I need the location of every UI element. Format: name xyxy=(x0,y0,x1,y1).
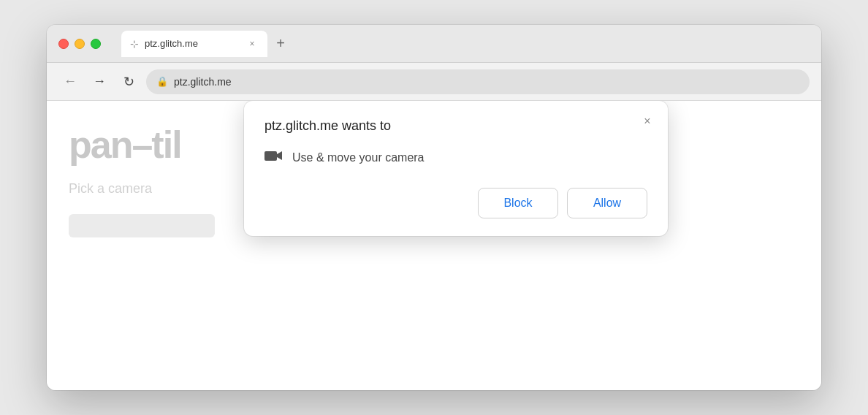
block-button[interactable]: Block xyxy=(478,188,558,218)
tab-close-button[interactable]: × xyxy=(245,37,259,50)
minimize-button[interactable] xyxy=(75,39,85,49)
dialog-actions: Block Allow xyxy=(264,188,647,218)
nav-bar: ← → ↻ 🔒 ptz.glitch.me xyxy=(47,63,821,101)
page-bg-text: pan–til xyxy=(69,123,181,167)
address-text: ptz.glitch.me xyxy=(174,76,232,88)
forward-button[interactable]: → xyxy=(88,70,111,94)
permission-text: Use & move your camera xyxy=(292,151,425,164)
svg-rect-0 xyxy=(264,151,277,161)
address-bar[interactable]: 🔒 ptz.glitch.me xyxy=(146,69,810,94)
dialog-title: ptz.glitch.me wants to xyxy=(264,118,647,134)
lock-icon: 🔒 xyxy=(156,76,168,87)
dialog-close-button[interactable]: × xyxy=(639,113,656,130)
page-content: pan–til Pick a camera × ptz.glitch.me wa… xyxy=(47,101,821,390)
close-button[interactable] xyxy=(58,39,69,49)
permission-row: Use & move your camera xyxy=(264,148,647,167)
tab-title: ptz.glitch.me xyxy=(145,38,240,49)
page-bg-subtitle: Pick a camera xyxy=(69,181,152,197)
tab-bar: ⊹ ptz.glitch.me × + xyxy=(121,31,291,57)
reload-button[interactable]: ↻ xyxy=(117,70,140,94)
page-bg-field xyxy=(69,214,215,237)
camera-icon xyxy=(264,148,282,167)
svg-marker-1 xyxy=(277,151,282,160)
new-tab-button[interactable]: + xyxy=(270,34,291,54)
traffic-lights xyxy=(58,39,101,49)
maximize-button[interactable] xyxy=(91,39,101,49)
back-button[interactable]: ← xyxy=(58,70,82,94)
browser-window: ⊹ ptz.glitch.me × + ← → ↻ 🔒 ptz.glitch.m… xyxy=(47,25,821,390)
browser-tab[interactable]: ⊹ ptz.glitch.me × xyxy=(121,31,267,57)
tab-drag-icon: ⊹ xyxy=(130,38,139,50)
allow-button[interactable]: Allow xyxy=(567,188,647,218)
title-bar: ⊹ ptz.glitch.me × + xyxy=(47,25,821,63)
permission-dialog: × ptz.glitch.me wants to Use & move your… xyxy=(244,101,668,236)
